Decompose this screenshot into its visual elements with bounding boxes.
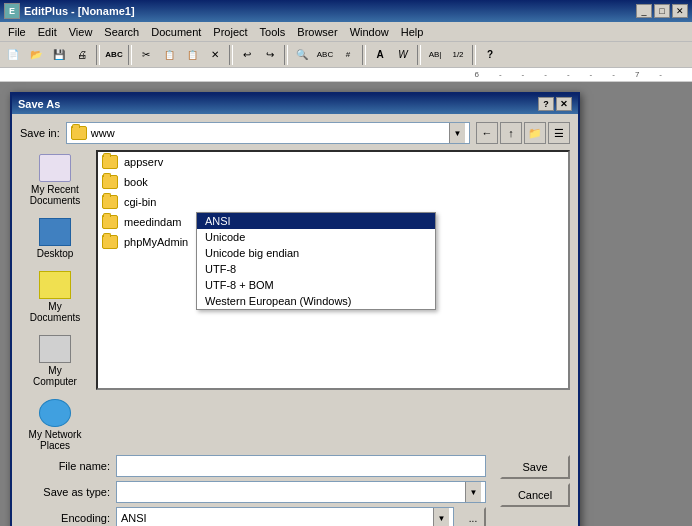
save-in-dropdown-arrow[interactable]: ▼ — [449, 123, 465, 143]
save-button[interactable]: Save — [500, 455, 570, 479]
dropdown-item-utf8-bom[interactable]: UTF-8 + BOM — [197, 277, 435, 293]
dropdown-item-western[interactable]: Western European (Windows) — [197, 293, 435, 309]
save-as-type-arrow[interactable]: ▼ — [465, 482, 481, 502]
menu-view[interactable]: View — [63, 24, 99, 40]
dropdown-item-unicode[interactable]: Unicode — [197, 229, 435, 245]
file-name-cgi: cgi-bin — [124, 196, 156, 208]
menu-project[interactable]: Project — [207, 24, 253, 40]
sidebar-item-recent[interactable]: My RecentDocuments — [23, 150, 87, 210]
file-name-label: File name: — [20, 460, 110, 472]
nav-back-button[interactable]: ← — [476, 122, 498, 144]
italic-button[interactable]: W — [392, 44, 414, 66]
encoding-value: ANSI — [121, 512, 433, 524]
action-buttons: Save Cancel — [500, 455, 570, 507]
folder-icon-cgi — [102, 195, 118, 209]
file-name-input[interactable] — [116, 455, 486, 477]
save-as-type-label: Save as type: — [20, 486, 110, 498]
cancel-button[interactable]: Cancel — [500, 483, 570, 507]
cut-button[interactable]: ✂ — [135, 44, 157, 66]
my-computer-icon — [39, 335, 71, 363]
delete-button[interactable]: ✕ — [204, 44, 226, 66]
nav-buttons: ← ↑ 📁 ☰ — [476, 122, 570, 144]
ruler: 6------7- — [0, 68, 692, 82]
paste-button[interactable]: 📋 — [181, 44, 203, 66]
toolbar-btn-extra2[interactable]: 1/2 — [447, 44, 469, 66]
encoding-combo[interactable]: ANSI ▼ — [116, 507, 454, 526]
list-item[interactable]: book — [98, 172, 568, 192]
dialog-help-button[interactable]: ? — [538, 97, 554, 111]
save-in-combo[interactable]: www ▼ — [66, 122, 470, 144]
toolbar-separator-1 — [96, 45, 100, 65]
save-in-row: Save in: www ▼ ← ↑ 📁 ☰ — [20, 122, 570, 144]
title-bar-left: E EditPlus - [Noname1] — [4, 3, 135, 19]
menu-search[interactable]: Search — [98, 24, 145, 40]
dialog-title-text: Save As — [18, 98, 60, 110]
title-bar: E EditPlus - [Noname1] _ □ ✕ — [0, 0, 692, 22]
encoding-row: Encoding: ANSI ▼ ... — [20, 507, 486, 526]
sidebar-item-computer[interactable]: My Computer — [23, 331, 87, 391]
goto-button[interactable]: # — [337, 44, 359, 66]
find-button[interactable]: 🔍 — [291, 44, 313, 66]
save-as-dialog: Save As ? ✕ Save in: www ▼ ← — [10, 92, 580, 526]
sidebar-label-computer: My Computer — [27, 365, 83, 387]
list-item[interactable]: appserv — [98, 152, 568, 172]
print-button[interactable]: 🖨 — [71, 44, 93, 66]
menu-tools[interactable]: Tools — [254, 24, 292, 40]
network-icon — [39, 399, 71, 427]
menu-edit[interactable]: Edit — [32, 24, 63, 40]
dialog-close-button[interactable]: ✕ — [556, 97, 572, 111]
dialog-title-bar: Save As ? ✕ — [12, 94, 578, 114]
dialog-form: File name: Save as type: ▼ — [20, 455, 486, 526]
menu-document[interactable]: Document — [145, 24, 207, 40]
main-content: Save As ? ✕ Save in: www ▼ ← — [0, 82, 692, 526]
minimize-button[interactable]: _ — [636, 4, 652, 18]
close-button[interactable]: ✕ — [672, 4, 688, 18]
menu-help[interactable]: Help — [395, 24, 430, 40]
encoding-extra-button[interactable]: ... — [460, 507, 486, 526]
nav-up-button[interactable]: ↑ — [500, 122, 522, 144]
nav-new-folder-button[interactable]: 📁 — [524, 122, 546, 144]
dropdown-item-utf8[interactable]: UTF-8 — [197, 261, 435, 277]
menu-window[interactable]: Window — [344, 24, 395, 40]
dialog-body: Save in: www ▼ ← ↑ 📁 ☰ — [12, 114, 578, 526]
undo-button[interactable]: ↩ — [236, 44, 258, 66]
menu-browser[interactable]: Browser — [291, 24, 343, 40]
save-file-button[interactable]: 💾 — [48, 44, 70, 66]
toolbar-separator-2 — [128, 45, 132, 65]
nav-view-button[interactable]: ☰ — [548, 122, 570, 144]
bold-button[interactable]: A — [369, 44, 391, 66]
sidebar-item-documents[interactable]: My Documents — [23, 267, 87, 327]
desktop-icon — [39, 218, 71, 246]
find-replace-button[interactable]: ABC — [314, 44, 336, 66]
maximize-button[interactable]: □ — [654, 4, 670, 18]
my-documents-icon — [39, 271, 71, 299]
dialog-sidebar: My RecentDocuments Desktop My Documents — [20, 150, 90, 455]
encoding-dropdown: ANSI Unicode Unicode big endian UTF-8 UT… — [196, 212, 436, 310]
sidebar-label-desktop: Desktop — [37, 248, 74, 259]
encoding-arrow[interactable]: ▼ — [433, 508, 449, 526]
sidebar-item-desktop[interactable]: Desktop — [23, 214, 87, 263]
menu-bar: File Edit View Search Document Project T… — [0, 22, 692, 42]
spell-check-button[interactable]: ABC — [103, 44, 125, 66]
save-in-value: www — [91, 127, 445, 139]
file-name-book: book — [124, 176, 148, 188]
help-button[interactable]: ? — [479, 44, 501, 66]
open-file-button[interactable]: 📂 — [25, 44, 47, 66]
menu-file[interactable]: File — [2, 24, 32, 40]
save-as-type-row: Save as type: ▼ — [20, 481, 486, 503]
toolbar-btn-extra1[interactable]: AB| — [424, 44, 446, 66]
toolbar-separator-3 — [229, 45, 233, 65]
new-file-button[interactable]: 📄 — [2, 44, 24, 66]
dropdown-item-ansi[interactable]: ANSI — [197, 213, 435, 229]
list-item[interactable]: cgi-bin — [98, 192, 568, 212]
dropdown-item-unicode-be[interactable]: Unicode big endian — [197, 245, 435, 261]
toolbar-separator-6 — [417, 45, 421, 65]
copy-button[interactable]: 📋 — [158, 44, 180, 66]
sidebar-item-network[interactable]: My NetworkPlaces — [23, 395, 87, 455]
encoding-label: Encoding: — [20, 512, 110, 524]
folder-icon-book — [102, 175, 118, 189]
redo-button[interactable]: ↪ — [259, 44, 281, 66]
title-bar-buttons: _ □ ✕ — [636, 4, 688, 18]
save-as-type-combo[interactable]: ▼ — [116, 481, 486, 503]
folder-icon-phpmyadmin — [102, 235, 118, 249]
